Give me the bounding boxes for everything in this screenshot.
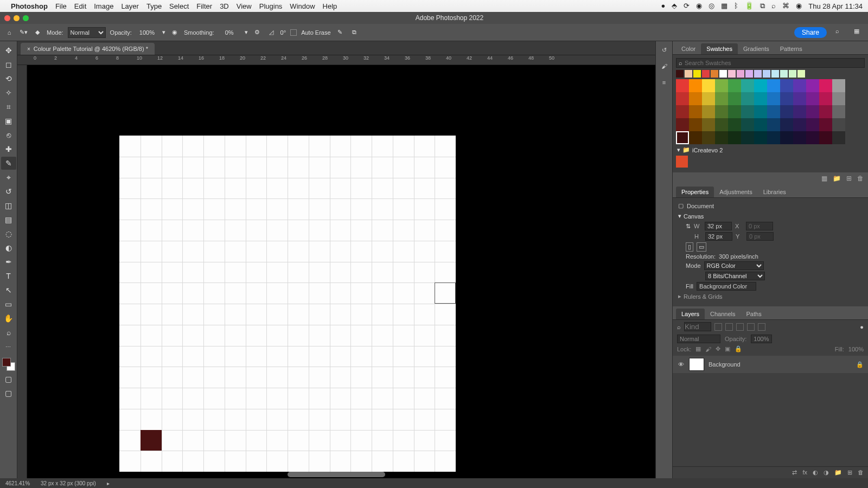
- tool-history-brush[interactable]: ↺: [1, 185, 16, 198]
- recent-swatch[interactable]: [789, 70, 796, 78]
- swatch-cell[interactable]: [780, 79, 793, 92]
- swatch-cell[interactable]: [806, 131, 819, 144]
- bit-depth-select[interactable]: 8 Bits/Channel: [705, 272, 765, 280]
- swatch-cell[interactable]: [793, 105, 806, 118]
- tool-path-select[interactable]: ↖: [1, 284, 16, 297]
- tab-libraries[interactable]: Libraries: [758, 187, 792, 197]
- swatch-cell[interactable]: [715, 79, 728, 92]
- resolution-value[interactable]: 300 pixels/inch: [719, 253, 758, 260]
- document-tab[interactable]: × Colour Palette Tutorial @ 4620% (RGB/8…: [21, 43, 155, 55]
- filter-smart-icon[interactable]: [758, 323, 765, 331]
- swatch-cell[interactable]: [806, 79, 819, 92]
- menu-help[interactable]: Help: [323, 2, 337, 10]
- layer-thumbnail[interactable]: [689, 358, 704, 371]
- menu-plugins[interactable]: Plugins: [259, 2, 283, 10]
- workspace-icon[interactable]: ▦: [854, 28, 864, 37]
- tool-marquee[interactable]: ◻: [1, 58, 16, 71]
- recent-swatch[interactable]: [728, 70, 736, 78]
- swatch-cell[interactable]: [793, 131, 806, 144]
- smoothing-value[interactable]: 0%: [219, 29, 240, 36]
- swatch-cell[interactable]: [780, 118, 793, 131]
- bluetooth-icon[interactable]: ᛒ: [734, 2, 738, 10]
- tool-lasso[interactable]: ⟲: [1, 72, 16, 85]
- zoom-window-button[interactable]: [23, 15, 29, 21]
- layer-mask-icon[interactable]: ◐: [813, 469, 818, 476]
- swatch-cell[interactable]: [702, 79, 715, 92]
- fill-value[interactable]: Background Color: [697, 282, 756, 291]
- layer-row[interactable]: 👁 Background 🔒: [673, 356, 868, 373]
- filter-pixel-icon[interactable]: [714, 323, 722, 331]
- swatch-cell[interactable]: [793, 92, 806, 105]
- swatch-cell[interactable]: [676, 92, 689, 105]
- swatch-cell[interactable]: [767, 92, 780, 105]
- foreground-background-colors[interactable]: [1, 357, 16, 372]
- foreground-color-swatch[interactable]: [2, 358, 11, 367]
- swatch-search[interactable]: ⌕: [676, 58, 865, 68]
- swatch-cell[interactable]: [819, 92, 832, 105]
- tab-gradients[interactable]: Gradients: [738, 43, 775, 54]
- angle-icon[interactable]: ◿: [266, 28, 276, 37]
- recent-swatch[interactable]: [745, 70, 753, 78]
- visibility-icon[interactable]: 👁: [677, 361, 685, 368]
- swatch-cell[interactable]: [832, 79, 845, 92]
- menu-3d[interactable]: 3D: [220, 2, 229, 10]
- recent-swatch[interactable]: [737, 70, 744, 78]
- swatch-cell[interactable]: [754, 105, 767, 118]
- y-value[interactable]: 0 px: [746, 232, 774, 241]
- cc-icon[interactable]: ◉: [696, 2, 702, 10]
- tool-pen[interactable]: ✒: [1, 255, 16, 268]
- auto-erase-checkbox[interactable]: [290, 29, 297, 36]
- tool-wand[interactable]: ✧: [1, 86, 16, 99]
- swatch-cell[interactable]: [832, 92, 845, 105]
- swatch-cell[interactable]: [793, 118, 806, 131]
- search-icon[interactable]: ⌕: [835, 28, 845, 37]
- layer-fill-value[interactable]: 100%: [848, 346, 864, 352]
- swatch-cell[interactable]: [689, 92, 702, 105]
- lock-image-icon[interactable]: 🖌: [705, 346, 711, 352]
- delete-swatch-icon[interactable]: 🗑: [857, 175, 864, 182]
- tab-properties[interactable]: Properties: [676, 187, 714, 197]
- recent-swatch[interactable]: [702, 70, 710, 78]
- symmetry-icon[interactable]: ⧉: [349, 28, 359, 37]
- recent-swatch[interactable]: [763, 70, 770, 78]
- recent-swatch[interactable]: [797, 70, 805, 78]
- layer-style-icon[interactable]: fx: [802, 469, 807, 476]
- swatch-cell[interactable]: [780, 131, 793, 144]
- link-icon[interactable]: ⇅: [686, 223, 691, 230]
- menu-layer[interactable]: Layer: [121, 2, 139, 10]
- swatch-cell[interactable]: [806, 118, 819, 131]
- swatch-cell[interactable]: [689, 118, 702, 131]
- swatch-folder[interactable]: ▾ 📁 iCreatevo 2: [676, 144, 865, 156]
- close-window-button[interactable]: [4, 15, 10, 21]
- document-info[interactable]: 32 px x 32 px (300 ppi): [41, 480, 96, 486]
- tool-frame[interactable]: ▣: [1, 114, 16, 127]
- blend-mode-select[interactable]: Normal: [68, 27, 106, 38]
- tablet-pressure-icon[interactable]: ✎: [335, 28, 345, 37]
- tool-hand[interactable]: ✋: [1, 312, 16, 325]
- swatch-cell[interactable]: [754, 131, 767, 144]
- swatch-preset-icon[interactable]: ▦: [821, 175, 827, 182]
- swatch-cell[interactable]: [676, 105, 689, 118]
- tool-eraser[interactable]: ◫: [1, 199, 16, 212]
- minimize-window-button[interactable]: [14, 15, 20, 21]
- paragraph-icon[interactable]: ≡: [659, 77, 669, 88]
- screen-mode-icon[interactable]: ▢: [1, 387, 16, 400]
- swatch-cell[interactable]: [754, 79, 767, 92]
- swatch-cell[interactable]: [741, 92, 754, 105]
- history-icon[interactable]: ↺: [659, 44, 669, 55]
- edit-toolbar-icon[interactable]: ⋯: [1, 340, 16, 353]
- new-group-icon[interactable]: 📁: [833, 175, 841, 182]
- swatch-cell[interactable]: [819, 105, 832, 118]
- x-value[interactable]: 0 px: [746, 222, 773, 230]
- record-icon[interactable]: ●: [661, 2, 665, 10]
- swatch-cell[interactable]: [715, 92, 728, 105]
- swatch-cell[interactable]: [767, 118, 780, 131]
- swatch-cell[interactable]: [676, 79, 689, 92]
- swatch-search-input[interactable]: [685, 60, 862, 66]
- tool-clone[interactable]: ⌖: [1, 171, 16, 184]
- app-name[interactable]: Photoshop: [11, 2, 48, 10]
- tab-paths[interactable]: Paths: [741, 309, 767, 319]
- dropbox-icon[interactable]: ⬘: [672, 2, 677, 10]
- recent-swatch[interactable]: [754, 70, 762, 78]
- menu-image[interactable]: Image: [94, 2, 113, 10]
